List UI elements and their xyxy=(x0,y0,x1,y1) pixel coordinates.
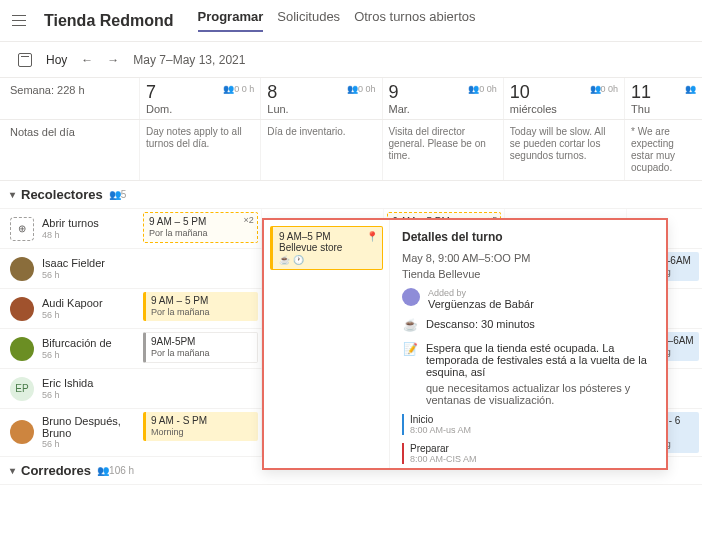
week-summary: Semana: 228 h xyxy=(0,78,140,119)
person-name: Bruno Después, Bruno xyxy=(42,415,130,439)
calendar-icon[interactable] xyxy=(18,53,32,67)
day-note[interactable]: Day notes apply to all turnos del día. xyxy=(140,120,261,180)
shift-card[interactable]: 9AM-5PMPor la mañana xyxy=(143,332,258,363)
avatar xyxy=(10,420,34,444)
person-side[interactable]: ⊕Abrir turnos48 h xyxy=(0,209,140,248)
day-name: Dom. xyxy=(146,103,254,115)
popover-note: 📝 Espera que la tienda esté ocupada. La … xyxy=(402,342,654,378)
popover-break: ☕ Descanso: 30 minutos xyxy=(402,318,654,334)
selected-shift-label: Bellevue store xyxy=(279,242,376,253)
toolbar: Hoy ← → May 7–May 13, 2021 xyxy=(0,42,702,78)
person-name: Eric Ishida xyxy=(42,377,93,389)
day-header[interactable]: 10 👥0 0h miércoles xyxy=(504,78,625,119)
avatar: EP xyxy=(10,377,34,401)
shift-multiplier: ×2 xyxy=(244,215,254,226)
selected-shift-card[interactable]: 9 AM–5 PM Bellevue store 📍 ☕ 🕐 xyxy=(270,226,383,270)
person-hours: 56 h xyxy=(42,350,112,360)
prev-arrow-icon[interactable]: ← xyxy=(81,53,93,67)
shift-card[interactable]: 9 AM - S PMMorning xyxy=(143,412,258,441)
day-header[interactable]: 11 👥 Thu xyxy=(625,78,702,119)
shift-time: 9AM-5PM xyxy=(151,336,252,348)
activity-time: 8:00 AM-us AM xyxy=(410,425,654,435)
person-hours: 56 h xyxy=(42,439,130,449)
notes-label: Notas del día xyxy=(0,120,140,180)
day-name: Lun. xyxy=(267,103,375,115)
added-by-name: Vergüenzas de Babár xyxy=(428,298,534,310)
shift-cell[interactable]: 9AM-5PMPor la mañana xyxy=(140,329,262,368)
shift-label: Por la mañana xyxy=(151,307,253,318)
popover-body: Detalles del turno May 8, 9:00 AM–5:OO P… xyxy=(390,220,666,468)
popover-title: Detalles del turno xyxy=(402,230,654,244)
activity-name: Inicio xyxy=(410,414,654,425)
people-count-icon: 👥0 0 h xyxy=(223,84,254,94)
shift-cell[interactable]: 9 AM – 5 PMPor la mañana xyxy=(140,289,262,328)
person-name: Isaac Fielder xyxy=(42,257,105,269)
avatar xyxy=(10,337,34,361)
person-side[interactable]: Bifurcación de56 h xyxy=(0,329,140,368)
group-header[interactable]: ▾ Recolectores 👥5 xyxy=(0,181,702,209)
day-note[interactable]: Día de inventario. xyxy=(261,120,382,180)
activity-inicio: Inicio 8:00 AM-us AM xyxy=(402,414,654,435)
tab-programar[interactable]: Programar xyxy=(198,9,264,32)
day-number: 7 xyxy=(146,82,156,102)
open-shift-icon: ⊕ xyxy=(10,217,34,241)
day-name: Mar. xyxy=(389,103,497,115)
shift-card[interactable]: 9 AM – 5 PMPor la mañana×2 xyxy=(143,212,258,243)
person-hours: 56 h xyxy=(42,270,105,280)
shift-label: Morning xyxy=(151,427,253,438)
day-number: 10 xyxy=(510,82,530,102)
person-side[interactable]: EPEric Ishida56 h xyxy=(0,369,140,408)
day-number: 9 xyxy=(389,82,399,102)
today-button[interactable]: Hoy xyxy=(46,53,67,67)
shift-time: 9 AM – 5 PM xyxy=(151,295,253,307)
shift-cell[interactable] xyxy=(140,249,262,288)
person-hours: 56 h xyxy=(42,390,93,400)
person-side[interactable]: Isaac Fielder56 h xyxy=(0,249,140,288)
person-hours: 48 h xyxy=(42,230,99,240)
popover-selected-shift: 9 AM–5 PM Bellevue store 📍 ☕ 🕐 xyxy=(264,220,390,468)
shift-cell[interactable] xyxy=(140,369,262,408)
shift-cell[interactable]: 9 AM - S PMMorning xyxy=(140,409,262,456)
avatar xyxy=(10,257,34,281)
person-hours: 56 h xyxy=(42,310,103,320)
people-count-icon: 👥0 0h xyxy=(468,84,497,94)
shift-time: 9 AM – 5 PM xyxy=(149,216,252,228)
person-side[interactable]: Audi Kapoor56 h xyxy=(0,289,140,328)
note-text: Espera que la tienda esté ocupada. La te… xyxy=(426,342,654,378)
activity-preparar: Preparar 8:00 AM-CIS AM xyxy=(402,443,654,464)
shift-card[interactable]: 9 AM – 5 PMPor la mañana xyxy=(143,292,258,321)
tab-solicitudes[interactable]: Solicitudes xyxy=(277,9,340,32)
popover-date: May 8, 9:00 AM–5:OO PM xyxy=(402,252,654,264)
added-by-label: Added by xyxy=(428,288,534,298)
activity-name: Preparar xyxy=(410,443,654,454)
next-arrow-icon[interactable]: → xyxy=(107,53,119,67)
day-name: miércoles xyxy=(510,103,618,115)
shift-mini-icons: ☕ 🕐 xyxy=(279,255,376,265)
shift-cell[interactable]: 9 AM – 5 PMPor la mañana×2 xyxy=(140,209,262,248)
date-range: May 7–May 13, 2021 xyxy=(133,53,245,67)
day-note[interactable]: Today will be slow. All se pueden cortar… xyxy=(504,120,625,180)
coffee-icon: ☕ xyxy=(402,318,418,334)
hamburger-icon[interactable] xyxy=(12,13,28,29)
day-note[interactable]: Visita del director general. Please be o… xyxy=(383,120,504,180)
shift-time: 9 AM - S PM xyxy=(151,415,253,427)
day-number: 11 xyxy=(631,82,651,102)
day-header-row: Semana: 228 h 7 👥0 0 h Dom.8 👥0 0h Lun.9… xyxy=(0,78,702,120)
shift-label: Por la mañana xyxy=(149,228,252,239)
nav-tabs: Programar Solicitudes Otros turnos abier… xyxy=(198,9,476,32)
avatar-icon xyxy=(402,288,420,306)
day-number: 8 xyxy=(267,82,277,102)
activity-time: 8:00 AM-CIS AM xyxy=(410,454,654,464)
group-count: 👥106 h xyxy=(97,465,134,476)
chevron-down-icon: ▾ xyxy=(10,189,15,200)
day-header[interactable]: 8 👥0 0h Lun. xyxy=(261,78,382,119)
person-name: Audi Kapoor xyxy=(42,297,103,309)
people-count-icon: 👥0 0h xyxy=(347,84,376,94)
day-name: Thu xyxy=(631,103,696,115)
person-side[interactable]: Bruno Después, Bruno56 h xyxy=(0,409,140,456)
group-count: 👥5 xyxy=(109,189,127,200)
day-header[interactable]: 7 👥0 0 h Dom. xyxy=(140,78,261,119)
day-header[interactable]: 9 👥0 0h Mar. xyxy=(383,78,504,119)
tab-otros[interactable]: Otros turnos abiertos xyxy=(354,9,475,32)
day-note[interactable]: * We are expecting estar muy ocupado. xyxy=(625,120,702,180)
